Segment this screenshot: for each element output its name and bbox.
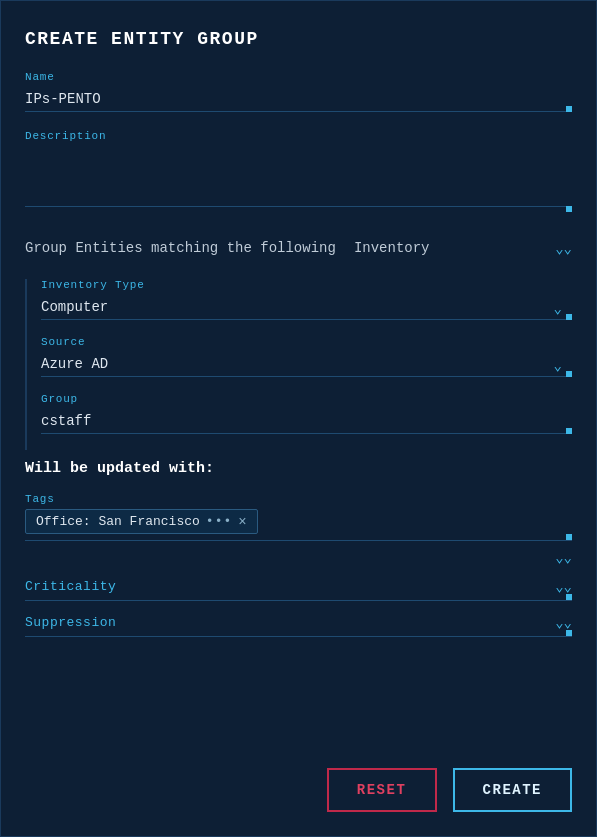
criticality-header[interactable]: Criticality ⌄⌄ <box>25 579 572 601</box>
tag-chip-close-button[interactable]: × <box>238 515 246 529</box>
criticality-label: Criticality <box>25 579 116 594</box>
inventory-type-label: Inventory Type <box>41 279 572 291</box>
group-input-wrapper <box>41 409 572 434</box>
description-input[interactable] <box>25 146 572 207</box>
source-chevron-icon: ⌄ <box>554 356 562 373</box>
group-entities-title: Group Entities matching the following In… <box>25 240 430 257</box>
suppression-chevron-icon: ⌄⌄ <box>555 616 572 630</box>
group-label: Group <box>41 393 572 405</box>
source-label: Source <box>41 336 572 348</box>
group-input[interactable] <box>41 409 572 434</box>
will-be-updated-label: Will be updated with: <box>25 460 572 477</box>
inventory-type-chevron-icon: ⌄ <box>554 299 562 316</box>
modal-title: CREATE ENTITY GROUP <box>25 29 572 49</box>
inventory-type-field: Inventory Type Computer ⌄ <box>41 279 572 320</box>
tags-input-area: Office: San Francisco ••• × <box>25 509 572 541</box>
source-field: Source Azure AD ⌄ <box>41 336 572 377</box>
group-field: Group <box>41 393 572 434</box>
tag-chip-dots[interactable]: ••• <box>206 514 232 529</box>
inventory-type-wrapper: Computer ⌄ <box>41 295 572 320</box>
tags-field: Tags Office: San Francisco ••• × <box>25 493 572 541</box>
tag-chip-text: Office: San Francisco <box>36 514 200 529</box>
description-wrapper <box>25 146 572 212</box>
criticality-section: Criticality ⌄⌄ <box>25 579 572 601</box>
criticality-chevron-icon: ⌄⌄ <box>555 580 572 594</box>
suppression-header[interactable]: Suppression ⌄⌄ <box>25 615 572 637</box>
suppression-section: Suppression ⌄⌄ <box>25 615 572 637</box>
source-value: Azure AD <box>41 356 108 372</box>
create-button[interactable]: CREATE <box>453 768 572 812</box>
inventory-type-dropdown[interactable]: Computer <box>41 295 572 320</box>
name-field-group: Name <box>25 71 572 112</box>
footer-actions: RESET CREATE <box>25 744 572 812</box>
name-label: Name <box>25 71 572 83</box>
group-entities-chevron[interactable]: ⌄⌄ <box>555 242 572 256</box>
tag-chip: Office: San Francisco ••• × <box>25 509 258 534</box>
source-wrapper: Azure AD ⌄ <box>41 352 572 377</box>
suppression-label: Suppression <box>25 615 116 630</box>
name-input-wrapper <box>25 87 572 112</box>
name-input[interactable] <box>25 87 572 112</box>
create-entity-group-modal: CREATE ENTITY GROUP Name Description Gro… <box>0 0 597 837</box>
tags-label: Tags <box>25 493 572 505</box>
source-dropdown[interactable]: Azure AD <box>41 352 572 377</box>
group-entities-filters: Inventory Type Computer ⌄ Source Azure A… <box>25 279 572 450</box>
tags-expand-chevron[interactable]: ⌄⌄ <box>555 551 572 565</box>
description-label: Description <box>25 130 572 142</box>
inventory-type-value: Computer <box>41 299 108 315</box>
group-entities-section-header: Group Entities matching the following In… <box>25 240 572 263</box>
reset-button[interactable]: RESET <box>327 768 437 812</box>
description-field-group: Description <box>25 130 572 212</box>
group-entities-qualifier: Inventory <box>354 240 430 256</box>
